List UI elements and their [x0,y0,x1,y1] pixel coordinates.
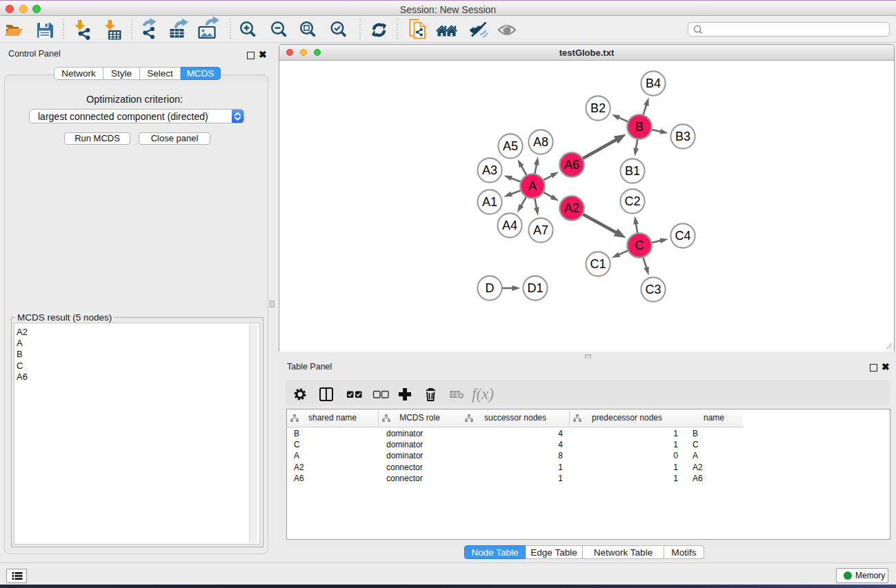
svg-text:C1: C1 [590,257,606,271]
svg-text:A1: A1 [482,195,497,209]
svg-text:B: B [635,120,644,134]
svg-text:D1: D1 [527,281,543,295]
svg-text:A4: A4 [502,219,517,232]
svg-text:D: D [486,281,495,295]
svg-text:C3: C3 [645,283,661,296]
svg-text:A: A [528,179,537,193]
svg-text:C4: C4 [675,229,690,243]
svg-text:B3: B3 [675,130,690,143]
svg-text:A3: A3 [482,163,497,177]
svg-text:B2: B2 [590,101,606,115]
svg-text:A2: A2 [564,201,579,215]
svg-text:A7: A7 [533,223,548,237]
svg-text:A8: A8 [533,135,548,149]
svg-text:B1: B1 [625,164,640,178]
svg-text:B4: B4 [646,77,661,90]
svg-text:f(x): f(x) [472,385,494,403]
svg-text:C: C [635,239,644,252]
svg-text:A5: A5 [503,139,518,153]
svg-text:A6: A6 [564,158,579,172]
svg-text:C2: C2 [624,194,640,208]
